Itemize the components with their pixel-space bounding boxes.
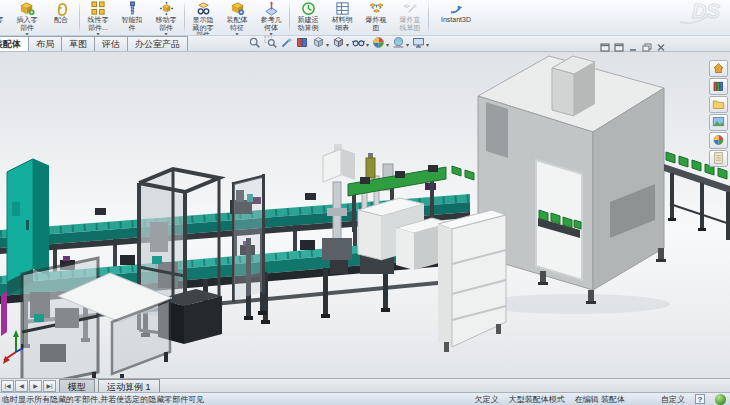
smart-fasteners-icon: [125, 1, 140, 16]
ribbon-button-label: 显示隐: [193, 16, 214, 24]
file-explorer-button[interactable]: [709, 96, 728, 113]
custom-properties-icon: [712, 150, 725, 168]
dropdown-arrow-icon[interactable]: ▾: [426, 41, 429, 48]
tab-evaluate[interactable]: 评估: [94, 36, 128, 51]
ribbon-button-show-hidden-components[interactable]: 显示隐藏的零部件: [186, 0, 220, 35]
dropdown-arrow-icon[interactable]: ▾: [386, 41, 389, 48]
display-style-icon: [332, 35, 345, 53]
tab-nav-buttons: |◀◀▶▶|: [0, 380, 56, 392]
view-settings-icon: [412, 35, 425, 53]
ribbon-button-bill-of-materials[interactable]: 材料明细表: [325, 0, 359, 35]
resources-ball-icon[interactable]: [715, 394, 726, 405]
ribbon-button-edit-component[interactable]: 编辑零部件: [0, 0, 10, 35]
section-view-button[interactable]: [296, 35, 309, 53]
ribbon-button-exploded-view[interactable]: 爆炸视图: [359, 0, 393, 35]
solidworks-resources-icon: [712, 60, 725, 78]
ribbon-button-insert-component[interactable]: 插入零部件▾: [10, 0, 44, 35]
tab-sketch[interactable]: 草图: [61, 36, 95, 51]
ribbon-button-label: 藏的零: [193, 24, 214, 32]
ribbon-button-new-motion-study[interactable]: 新建运动算例: [291, 0, 325, 35]
study-nav-button-3[interactable]: ▶|: [43, 380, 56, 392]
dropdown-arrow-icon[interactable]: ▾: [406, 41, 409, 48]
ribbon-button-label: 特征: [230, 24, 244, 32]
study-tabs: 模型运动算例 1: [56, 379, 160, 392]
ribbon-button-label: 配合: [54, 16, 68, 24]
ribbon-button-label: 线草图: [400, 24, 421, 32]
ribbon-separator: [184, 2, 185, 33]
ribbon-button-label: 件: [129, 24, 136, 32]
selection-filter-button[interactable]: [280, 35, 293, 53]
reference-geometry-icon: [264, 1, 279, 16]
design-library-button[interactable]: [709, 78, 728, 95]
section-view-icon: [296, 35, 309, 53]
dassault-ds-logo: DS: [674, 0, 724, 34]
study-nav-button-0[interactable]: |◀: [1, 380, 14, 392]
status-message: 临时显示所有隐藏的零部件,并若使选定的隐藏零部件可见: [2, 394, 204, 405]
appearances-scenes-icon: [712, 132, 725, 150]
ribbon-button-label: 新建运: [298, 16, 319, 24]
ribbon-button-label: 线性零: [88, 16, 109, 24]
study-nav-button-1[interactable]: ◀: [15, 380, 28, 392]
custom-properties-button[interactable]: [709, 150, 728, 167]
selection-filter-icon: [280, 35, 293, 53]
file-explorer-icon: [712, 96, 725, 114]
view-orientation-button[interactable]: ▾: [312, 35, 329, 53]
command-tabs: 装配体布局草图评估办公室产品: [0, 36, 187, 51]
viewport-3d[interactable]: [0, 52, 730, 378]
ribbon-separator: [428, 2, 429, 33]
dropdown-arrow-icon[interactable]: ▾: [326, 41, 329, 48]
ds-logo-text: DS: [692, 0, 720, 22]
edit-component-icon: [0, 1, 1, 16]
solidworks-resources-button[interactable]: [709, 60, 728, 77]
linear-pattern-icon: [91, 1, 106, 16]
ribbon-button-label: 何体: [264, 24, 278, 32]
task-pane-toolbar: [709, 60, 729, 167]
ribbon-button-label: 动算例: [298, 24, 319, 32]
tab-office-products[interactable]: 办公室产品: [127, 36, 188, 51]
tab-assembly[interactable]: 装配体: [0, 36, 29, 51]
ribbon-button-move-component[interactable]: 移动零部件▾: [149, 0, 183, 35]
ribbon-button-label: 爆炸直: [400, 16, 421, 24]
ribbon-button-label: 参考几: [261, 16, 282, 24]
view-palette-button[interactable]: [709, 114, 728, 131]
ribbon-buttons: 编辑零部件插入零部件▾配合线性零部件...▾智能扣件移动零部件▾显示隐藏的零部件…: [0, 0, 482, 35]
hide-show-items-icon: [352, 35, 365, 53]
status-define-state: 欠定义: [475, 394, 499, 405]
assembly-3d-scene[interactable]: [0, 52, 730, 378]
study-nav-button-2[interactable]: ▶: [29, 380, 42, 392]
study-tab-model[interactable]: 模型: [59, 379, 95, 392]
ribbon-button-linear-pattern[interactable]: 线性零部件...▾: [81, 0, 115, 35]
bill-of-materials-icon: [335, 1, 350, 16]
ribbon-button-explode-line-sketch[interactable]: 爆炸直线草图: [393, 0, 427, 35]
appearances-scenes-button[interactable]: [709, 132, 728, 149]
ribbon-button-instant3d[interactable]: Instant3D: [430, 0, 482, 35]
insert-component-icon: [20, 1, 35, 16]
display-style-button[interactable]: ▾: [332, 35, 349, 53]
zoom-to-area-button[interactable]: [264, 35, 277, 53]
ribbon-button-reference-geometry[interactable]: 参考几何体▾: [254, 0, 288, 35]
ribbon-button-smart-fasteners[interactable]: 智能扣件: [115, 0, 149, 35]
tab-layout[interactable]: 布局: [28, 36, 62, 51]
status-custom[interactable]: 自定义: [661, 394, 685, 405]
ribbon-button-label: 编辑零: [0, 16, 4, 24]
ribbon-button-label: 装配体: [227, 16, 248, 24]
dropdown-arrow-icon[interactable]: ▾: [366, 41, 369, 48]
show-hidden-components-icon: [196, 1, 211, 16]
instant3d-icon: [449, 1, 464, 16]
dropdown-arrow-icon[interactable]: ▾: [346, 41, 349, 48]
help-badge[interactable]: ?: [695, 394, 705, 404]
ribbon-button-label: 细表: [335, 24, 349, 32]
ribbon-button-label: 智能扣: [122, 16, 143, 24]
status-bar: 临时显示所有隐藏的零部件,并若使选定的隐藏零部件可见 欠定义 大型装配体模式 在…: [0, 392, 730, 405]
ribbon-button-label: 图: [373, 24, 380, 32]
edit-appearance-button[interactable]: ▾: [372, 35, 389, 53]
view-orientation-icon: [312, 35, 325, 53]
study-tab-motion-study-1[interactable]: 运动算例 1: [98, 379, 160, 392]
zoom-to-fit-button[interactable]: [248, 35, 261, 53]
ribbon-button-assembly-features[interactable]: 装配体特征▾: [220, 0, 254, 35]
apply-scene-button[interactable]: ▾: [392, 35, 409, 53]
ribbon-button-mate[interactable]: 配合: [44, 0, 78, 35]
hide-show-items-button[interactable]: ▾: [352, 35, 369, 53]
ribbon-button-label: 移动零: [156, 16, 177, 24]
view-settings-button[interactable]: ▾: [412, 35, 429, 53]
